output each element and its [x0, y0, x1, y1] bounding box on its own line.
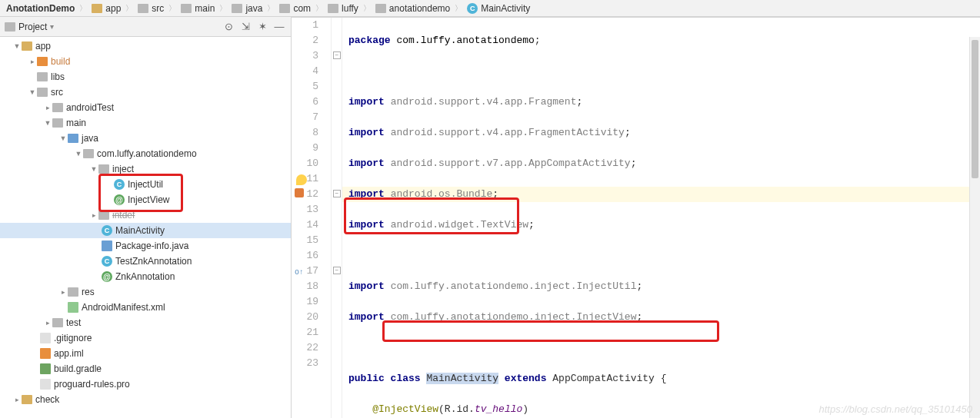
intention-bulb-icon[interactable]: [296, 174, 307, 185]
tree-node-res[interactable]: ▸res: [0, 284, 291, 300]
breadcrumb: AnotationDemo〉 app〉 src〉 main〉 java〉 com…: [0, 0, 980, 17]
crumb-class[interactable]: CMainActivity: [464, 3, 533, 14]
code-editor[interactable]: 1234567891011121314151617181920212223 o↑…: [292, 18, 980, 418]
project-icon: [5, 22, 15, 32]
tree-node-znkann[interactable]: @ZnkAnnotation: [0, 269, 291, 284]
crumb-com[interactable]: com: [276, 3, 314, 14]
project-panel-title: Project: [18, 22, 47, 32]
settings-icon[interactable]: ✶: [255, 20, 269, 34]
crumb-luffy[interactable]: luffy: [325, 3, 362, 14]
expand-icon[interactable]: ⇲: [238, 20, 252, 34]
fold-icon[interactable]: −: [333, 51, 341, 59]
tree-node-mainactivity[interactable]: CMainActivity: [0, 223, 291, 238]
fold-column[interactable]: − − −: [332, 18, 342, 418]
fold-icon[interactable]: −: [333, 190, 341, 197]
fold-icon[interactable]: −: [333, 267, 341, 274]
crumb-app[interactable]: app: [88, 3, 124, 14]
tree-node-app[interactable]: ▼app: [0, 38, 291, 54]
tree-node-proguard[interactable]: proguard-rules.pro: [0, 377, 291, 392]
tree-node-test[interactable]: ▸test: [0, 315, 291, 330]
override-gutter-icon[interactable]: o↑: [295, 265, 304, 280]
tree-node-src[interactable]: ▼src: [0, 85, 291, 100]
hide-icon[interactable]: —: [272, 20, 286, 34]
tree-node-libs[interactable]: libs: [0, 69, 291, 85]
crumb-main[interactable]: main: [178, 3, 218, 14]
line-gutter: 1234567891011121314151617181920212223 o↑: [292, 18, 332, 418]
tree-node-appiml[interactable]: app.iml: [0, 346, 291, 361]
tree-node-gitignore[interactable]: .gitignore: [0, 330, 291, 346]
editor-area: CLuffyProcessor.java× CTest.java× CInjec…: [291, 17, 980, 418]
tree-node-injectview[interactable]: @InjectView: [0, 192, 291, 207]
tree-node-build[interactable]: ▸build: [0, 54, 291, 69]
tree-node-injectutil[interactable]: CInjectUtil: [0, 177, 291, 192]
crumb-src[interactable]: src: [135, 3, 167, 14]
override-gutter-icon[interactable]: [295, 188, 304, 197]
tree-node-package[interactable]: ▼com.luffy.anotationdemo: [0, 146, 291, 161]
code-content[interactable]: package com.luffy.anotationdemo; import …: [342, 18, 732, 418]
crumb-java[interactable]: java: [228, 3, 265, 14]
tree-node-androidtest[interactable]: ▸androidTest: [0, 100, 291, 115]
tree-node-main[interactable]: ▼main: [0, 115, 291, 131]
tree-node-testznk[interactable]: CTestZnkAnnotation: [0, 254, 291, 269]
tree-node-check[interactable]: ▸check: [0, 392, 291, 407]
crumb-pkg[interactable]: anotationdemo: [372, 3, 453, 14]
project-sidebar: Project ▾ ⊙ ⇲ ✶ — ▼app ▸build libs ▼src …: [0, 17, 291, 418]
tree-node-manifest[interactable]: AndroidManifest.xml: [0, 300, 291, 315]
tree-node-packageinfo[interactable]: Package-info.java: [0, 238, 291, 254]
scrollbar-thumb[interactable]: [972, 40, 978, 178]
collapse-icon[interactable]: ⊙: [222, 20, 235, 34]
watermark: https://blog.csdn.net/qq_35101450: [819, 403, 973, 415]
tree-node-buildgradle[interactable]: build.gradle: [0, 361, 291, 377]
project-tree[interactable]: ▼app ▸build libs ▼src ▸androidTest ▼main…: [0, 37, 291, 418]
vertical-scrollbar[interactable]: [969, 37, 980, 418]
tree-node-inject[interactable]: ▼inject: [0, 161, 291, 177]
project-panel-header: Project ▾ ⊙ ⇲ ✶ —: [0, 17, 291, 37]
crumb-root[interactable]: AnotationDemo: [3, 3, 78, 14]
tree-node-java[interactable]: ▼java: [0, 131, 291, 146]
tree-node-intdef[interactable]: ▸intdef: [0, 207, 291, 223]
